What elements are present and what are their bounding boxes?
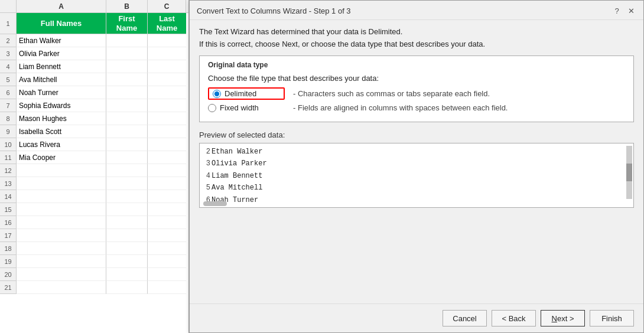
cell-c[interactable] (148, 255, 186, 268)
cell-c[interactable] (148, 268, 186, 281)
cell-c[interactable] (148, 203, 186, 216)
cell-c[interactable] (148, 34, 186, 47)
cell-c[interactable] (148, 112, 186, 125)
table-row[interactable]: 6 Noah Turner (0, 86, 188, 99)
cell-a[interactable]: Olivia Parker (17, 47, 106, 60)
table-row[interactable]: 19 (0, 255, 188, 268)
cell-a[interactable] (17, 255, 106, 268)
cell-b[interactable] (106, 190, 148, 203)
cell-b[interactable] (106, 229, 148, 242)
cell-b[interactable] (106, 203, 148, 216)
table-row[interactable]: 3 Olivia Parker (0, 47, 188, 60)
spreadsheet: A B C 1 Full Names First Name Last Name … (0, 0, 189, 333)
table-row[interactable]: 16 (0, 216, 188, 229)
cell-b[interactable] (106, 125, 148, 138)
cell-a[interactable] (17, 242, 106, 255)
cancel-button[interactable]: Cancel (443, 310, 487, 327)
table-row[interactable]: 12 (0, 164, 188, 177)
table-row[interactable]: 13 (0, 177, 188, 190)
fixed-width-option[interactable]: Fixed width (208, 103, 285, 112)
cell-c[interactable] (148, 216, 186, 229)
dialog-title: Convert Text to Columns Wizard - Step 1 … (197, 6, 351, 15)
cell-a[interactable]: Ethan Walker (17, 34, 106, 47)
cell-b[interactable] (106, 34, 148, 47)
table-row[interactable]: 10 Lucas Rivera (0, 138, 188, 151)
table-row[interactable]: 14 (0, 190, 188, 203)
cell-a[interactable]: Mia Cooper (17, 151, 106, 164)
cell-a[interactable]: Ava Mitchell (17, 73, 106, 86)
cell-c[interactable] (148, 281, 186, 294)
table-row[interactable]: 7 Sophia Edwards (0, 99, 188, 112)
table-row[interactable]: 21 (0, 281, 188, 294)
cell-b[interactable] (106, 281, 148, 294)
cell-a[interactable] (17, 203, 106, 216)
cell-a[interactable] (17, 216, 106, 229)
table-row[interactable]: 11 Mia Cooper (0, 151, 188, 164)
cell-b[interactable] (106, 99, 148, 112)
cell-b[interactable] (106, 60, 148, 73)
back-button[interactable]: < Back (492, 310, 536, 327)
help-button[interactable]: ? (612, 5, 622, 16)
cell-c1: Last Name (148, 13, 186, 34)
cell-b[interactable] (106, 268, 148, 281)
delimited-option[interactable]: Delimited (208, 87, 285, 100)
cell-c[interactable] (148, 151, 186, 164)
delimited-row: Delimited - Characters such as commas or… (208, 87, 625, 100)
cell-b[interactable] (106, 177, 148, 190)
table-row[interactable]: 8 Mason Hughes (0, 112, 188, 125)
cell-a1[interactable]: Full Names (17, 13, 106, 34)
fixed-width-radio[interactable] (208, 104, 216, 112)
table-row[interactable]: 15 (0, 203, 188, 216)
delimited-desc: - Characters such as commas or tabs sepa… (293, 89, 490, 98)
cell-a[interactable] (17, 177, 106, 190)
cell-c[interactable] (148, 125, 186, 138)
vertical-scrollbar[interactable] (626, 146, 632, 199)
cell-c[interactable] (148, 60, 186, 73)
cell-c[interactable] (148, 242, 186, 255)
cell-a[interactable] (17, 281, 106, 294)
row-num: 6 (0, 86, 17, 99)
table-row[interactable]: 20 (0, 268, 188, 281)
cell-b[interactable] (106, 164, 148, 177)
cell-b[interactable] (106, 216, 148, 229)
cell-a[interactable] (17, 190, 106, 203)
cell-b[interactable] (106, 112, 148, 125)
cell-b[interactable] (106, 47, 148, 60)
cell-a[interactable] (17, 229, 106, 242)
cell-a[interactable]: Mason Hughes (17, 112, 106, 125)
table-row[interactable]: 17 (0, 229, 188, 242)
cell-b[interactable] (106, 242, 148, 255)
finish-button[interactable]: Finish (590, 310, 634, 327)
cell-a[interactable] (17, 268, 106, 281)
cell-c[interactable] (148, 99, 186, 112)
cell-c[interactable] (148, 177, 186, 190)
delimited-radio[interactable] (213, 90, 221, 98)
next-button[interactable]: Next > (541, 310, 585, 327)
cell-a[interactable]: Lucas Rivera (17, 138, 106, 151)
table-row[interactable]: 2 Ethan Walker (0, 34, 188, 47)
cell-b[interactable] (106, 138, 148, 151)
delimited-label: Delimited (225, 89, 256, 98)
cell-c[interactable] (148, 164, 186, 177)
cell-c[interactable] (148, 190, 186, 203)
cell-b[interactable] (106, 73, 148, 86)
cell-a[interactable] (17, 164, 106, 177)
cell-a[interactable]: Liam Bennett (17, 60, 106, 73)
table-row[interactable]: 9 Isabella Scott (0, 125, 188, 138)
cell-a[interactable]: Sophia Edwards (17, 99, 106, 112)
cell-c[interactable] (148, 73, 186, 86)
cell-b[interactable] (106, 255, 148, 268)
table-row[interactable]: 5 Ava Mitchell (0, 73, 188, 86)
cell-a[interactable]: Isabella Scott (17, 125, 106, 138)
cell-b[interactable] (106, 151, 148, 164)
cell-b[interactable] (106, 86, 148, 99)
cell-c[interactable] (148, 86, 186, 99)
cell-c[interactable] (148, 138, 186, 151)
cell-c[interactable] (148, 47, 186, 60)
table-row[interactable]: 18 (0, 242, 188, 255)
table-row[interactable]: 4 Liam Bennett (0, 60, 188, 73)
cell-a[interactable]: Noah Turner (17, 86, 106, 99)
cell-c[interactable] (148, 229, 186, 242)
horizontal-scrollbar[interactable] (203, 201, 227, 206)
close-button[interactable]: ✕ (626, 5, 636, 16)
